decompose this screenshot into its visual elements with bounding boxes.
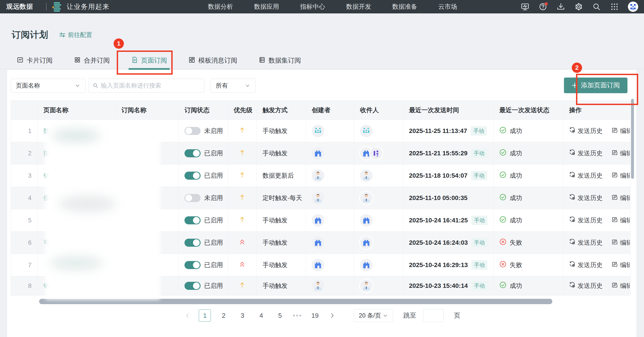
table-row: 8 销 已启用 手动触发 2025-10-23 15:40:14 手动 成功 发… [11, 276, 630, 295]
page-name-link[interactable]: 数 [44, 127, 50, 135]
enable-toggle[interactable] [184, 239, 200, 247]
last-sent-status-cell: 成功 [494, 276, 563, 295]
more-pages[interactable]: ••• [293, 312, 302, 319]
nav-item-指标中心[interactable]: 指标中心 [300, 2, 325, 11]
enable-toggle[interactable] [184, 149, 200, 157]
enable-toggle[interactable] [184, 282, 200, 290]
tab-合并订阅[interactable]: 合并订阅 [74, 52, 110, 69]
status-filter-select[interactable]: 所有 [211, 79, 255, 92]
edit-icon [612, 194, 618, 202]
manual-tag: 手动 [471, 171, 487, 180]
page-number-2[interactable]: 2 [218, 310, 230, 322]
edit-link[interactable]: 编辑 [612, 216, 630, 225]
table-row: 6 可 已启用 手动触发 2025-10-24 16:24:03 手动 失败 发… [11, 231, 630, 254]
nav-item-数据准备[interactable]: 数据准备 [392, 2, 417, 11]
trigger-cell: 手动触发 [257, 209, 306, 231]
recipients-cell [354, 209, 403, 231]
edit-link[interactable]: 编辑 [612, 149, 630, 158]
table-header-row: 页面名称订阅名称订阅状态优先级触发方式创建者收件人最近一次发送时间最近一次发送状… [11, 101, 630, 120]
settings-icon[interactable] [574, 2, 583, 11]
send-history-link[interactable]: 发送历史 [569, 238, 603, 247]
page-name-cell: 可 [38, 232, 116, 254]
add-page-subscription-button[interactable]: 添加页面订阅 [564, 77, 628, 93]
user-avatar[interactable] [628, 1, 638, 12]
navbar-divider [46, 3, 46, 10]
page-name-link[interactable]: 可 [44, 238, 50, 247]
horizontal-scrollbar[interactable] [39, 299, 552, 304]
column-header: 最近一次发送状态 [494, 101, 563, 120]
apps-grid-icon[interactable] [610, 2, 619, 11]
next-page-button[interactable] [328, 313, 337, 319]
enable-toggle[interactable] [184, 172, 200, 180]
toggle-label: 已启用 [204, 149, 223, 158]
vertical-scrollbar[interactable] [631, 99, 634, 179]
send-history-link[interactable]: 发送历史 [569, 194, 603, 202]
guanyuan-logo-icon [52, 2, 62, 11]
search-icon[interactable] [592, 2, 601, 11]
page-number-1[interactable]: 1 [199, 310, 211, 322]
tab-卡片订阅[interactable]: 卡片订阅 [17, 52, 52, 69]
page-number-19[interactable]: 19 [309, 310, 321, 322]
page-size-select[interactable]: 20 条/页 [354, 309, 393, 322]
page-number-4[interactable]: 4 [255, 310, 267, 322]
send-history-link[interactable]: 发送历史 [569, 127, 603, 135]
tab-数据集订阅[interactable]: 数据集订阅 [259, 52, 301, 69]
download-icon[interactable] [556, 2, 565, 11]
subscription-name-cell [116, 142, 179, 164]
enable-toggle[interactable] [184, 261, 200, 269]
recipients-cell [354, 232, 403, 254]
nav-item-数据分析[interactable]: 数据分析 [208, 2, 233, 11]
tab-页面订阅[interactable]: 页面订阅 [131, 52, 167, 69]
actions-cell: 发送历史 编辑 [563, 232, 630, 254]
page-name-link[interactable]: 假 [44, 194, 50, 202]
edit-link[interactable]: 编辑 [612, 282, 630, 290]
recipients-cell [354, 187, 403, 209]
edit-icon [612, 216, 618, 224]
send-history-link[interactable]: 发送历史 [569, 171, 603, 180]
last-sent-time-cell: 2025-11-18 10:54:07 手动 [403, 164, 494, 187]
nav-item-数据开发[interactable]: 数据开发 [346, 2, 371, 11]
send-history-link[interactable]: 发送历史 [569, 216, 603, 225]
page-name-link[interactable]: 指 [44, 149, 50, 158]
actions-cell: 发送历史 编辑 [563, 254, 630, 276]
search-input[interactable] [101, 82, 200, 89]
help-icon[interactable] [538, 2, 548, 11]
enable-toggle[interactable] [184, 216, 200, 224]
page-name-link[interactable]: 销 [44, 282, 50, 290]
recipients-cell [354, 254, 403, 276]
page-name-link[interactable]: 销 [44, 171, 50, 180]
enable-toggle[interactable] [184, 194, 200, 202]
send-history-link[interactable]: 发送历史 [569, 149, 603, 158]
edit-icon [612, 149, 618, 157]
monitor-icon[interactable] [520, 2, 530, 11]
priority-cell [228, 232, 257, 254]
jump-page-input[interactable] [423, 309, 444, 322]
edit-link[interactable]: 编辑 [612, 171, 630, 180]
creator-avatar [312, 214, 324, 227]
table-row: 3 销 已启用 数据更新后 2025-11-18 10:54:07 手动 成功 … [11, 164, 630, 187]
creator-avatar [312, 192, 324, 204]
creator-cell [306, 232, 354, 254]
nav-item-云市场[interactable]: 云市场 [438, 2, 457, 11]
nav-item-数据应用[interactable]: 数据应用 [254, 2, 279, 11]
edit-icon [612, 239, 618, 247]
page-number-5[interactable]: 5 [274, 310, 286, 322]
edit-link[interactable]: 编辑 [612, 261, 630, 269]
go-to-config-link[interactable]: 前往配置 [59, 31, 92, 39]
edit-link[interactable]: 编辑 [612, 238, 630, 247]
search-field-select[interactable]: 页面名称 [11, 79, 86, 92]
tab-模板消息订阅[interactable]: 模板消息订阅 [188, 52, 237, 69]
actions-cell: 发送历史 编辑 [563, 120, 630, 142]
enable-toggle[interactable] [184, 127, 200, 135]
last-sent-time: 2025-11-25 11:13:47 [409, 127, 467, 135]
edit-link[interactable]: 编辑 [612, 127, 630, 135]
send-history-link[interactable]: 发送历史 [569, 282, 603, 290]
last-sent-status-cell: 成功 [494, 187, 563, 209]
page-number-3[interactable]: 3 [236, 310, 248, 322]
last-sent-time: 2025-10-24 16:29:13 [409, 262, 468, 269]
annotation-badge-1: 1 [114, 38, 124, 49]
edit-link[interactable]: 编辑 [612, 194, 630, 202]
send-history-link[interactable]: 发送历史 [569, 261, 603, 269]
check-circle-icon [499, 171, 506, 180]
prev-page-button[interactable] [183, 313, 192, 319]
